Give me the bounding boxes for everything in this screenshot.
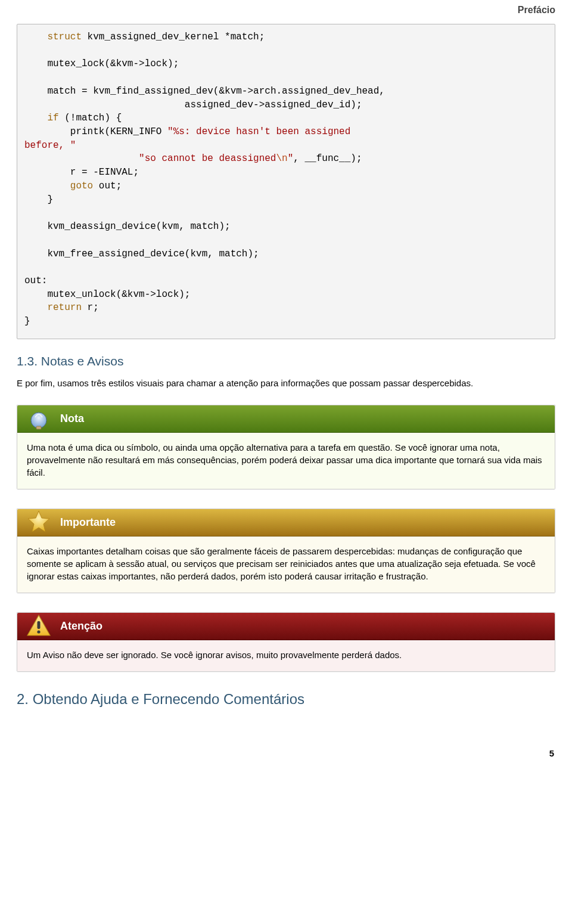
- heading-1-3: 1.3. Notas e Avisos: [17, 354, 555, 368]
- heading-2: 2. Obtendo Ajuda e Fornecendo Comentário…: [17, 691, 555, 708]
- admonition-warning-header: Atenção: [17, 613, 555, 640]
- admonition-note-header: Nota: [17, 405, 555, 433]
- svg-rect-2: [38, 621, 41, 629]
- admonition-warning: Atenção Um Aviso não deve ser ignorado. …: [17, 612, 555, 672]
- admonition-warning-body: Um Aviso não deve ser ignorado. Se você …: [17, 640, 555, 671]
- warning-icon: [17, 613, 60, 639]
- svg-point-3: [37, 631, 40, 634]
- note-icon: [17, 407, 60, 430]
- admonition-important: Importante Caixas importantes detalham c…: [17, 508, 555, 593]
- admonition-warning-title: Atenção: [60, 620, 102, 632]
- admonition-important-title: Importante: [60, 516, 116, 529]
- breadcrumb: Prefácio: [0, 0, 572, 24]
- svg-rect-1: [36, 426, 41, 429]
- admonition-note-title: Nota: [60, 413, 84, 425]
- page-number: 5: [0, 736, 572, 758]
- code-block: struct kvm_assigned_dev_kernel *match; m…: [17, 24, 555, 339]
- admonition-note-body: Uma nota é uma dica ou símbolo, ou ainda…: [17, 433, 555, 489]
- paragraph-intro-1-3: E por fim, usamos três estilos visuais p…: [17, 377, 555, 389]
- admonition-note: Nota Uma nota é uma dica ou símbolo, ou …: [17, 405, 555, 489]
- admonition-important-header: Importante: [17, 509, 555, 537]
- important-icon: [17, 509, 60, 535]
- admonition-important-body: Caixas importantes detalham coisas que s…: [17, 537, 555, 593]
